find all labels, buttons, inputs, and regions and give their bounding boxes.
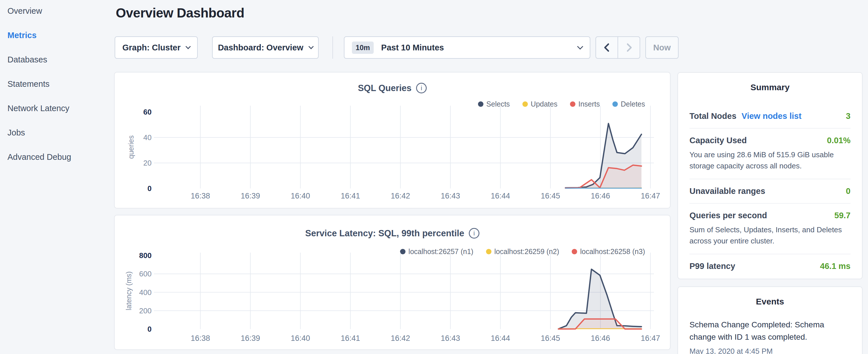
summary-row-label: Total Nodes [689, 111, 737, 121]
sql-queries-plot[interactable]: 020406016:3816:3916:4016:4116:4216:4316:… [115, 72, 671, 209]
svg-text:16:39: 16:39 [241, 192, 260, 200]
svg-text:40: 40 [143, 133, 152, 142]
time-window-label: Past 10 Minutes [381, 43, 444, 53]
chevron-down-icon [577, 43, 583, 49]
svg-text:16:46: 16:46 [591, 192, 610, 200]
sidebar-item-overview[interactable]: Overview [7, 6, 71, 16]
summary-row-value: 0.01% [827, 136, 850, 145]
svg-text:400: 400 [139, 288, 152, 297]
event-text: Schema Change Completed: Schema change w… [689, 319, 850, 344]
svg-text:16:47: 16:47 [641, 334, 660, 343]
svg-text:16:38: 16:38 [191, 192, 210, 200]
sidebar-item-statements[interactable]: Statements [7, 79, 71, 89]
sidebar-item-jobs[interactable]: Jobs [7, 128, 71, 137]
chevron-down-icon [185, 44, 191, 49]
svg-text:16:40: 16:40 [290, 192, 310, 200]
events-panel: Events Schema Change Completed: Schema c… [677, 286, 863, 354]
summary-row-label: P99 latency [689, 261, 735, 271]
svg-text:200: 200 [139, 307, 152, 315]
svg-text:16:41: 16:41 [341, 192, 360, 200]
svg-text:16:43: 16:43 [441, 192, 460, 200]
svg-text:16:43: 16:43 [441, 334, 460, 343]
summary-row-capacity-used: Capacity Used 0.01% You are using 28.6 M… [689, 129, 850, 179]
svg-text:600: 600 [139, 269, 152, 278]
page-title: Overview Dashboard [116, 5, 244, 21]
summary-row-total-nodes: Total Nodes View nodes list 3 [689, 104, 850, 129]
chevron-right-icon [624, 41, 634, 54]
dashboard-dropdown[interactable]: Dashboard: Overview [212, 36, 319, 59]
svg-text:queries: queries [127, 135, 135, 159]
summary-row-value: 46.1 ms [820, 261, 850, 271]
view-nodes-list-link[interactable]: View nodes list [742, 111, 802, 121]
now-button[interactable]: Now [645, 36, 679, 59]
svg-text:16:47: 16:47 [641, 192, 660, 200]
graph-scope-label: Graph: Cluster [122, 43, 181, 53]
svg-text:0: 0 [148, 325, 152, 333]
time-range-dropdown[interactable]: 10m Past 10 Minutes [344, 36, 590, 59]
time-step-back-button[interactable] [596, 37, 618, 58]
service-latency-plot[interactable]: 020040060080016:3816:3916:4016:4116:4216… [115, 215, 671, 351]
time-window-badge: 10m [352, 41, 374, 54]
sidebar-item-network-latency[interactable]: Network Latency [7, 104, 71, 113]
summary-row-value: 0 [846, 187, 850, 196]
summary-row-label: Capacity Used [689, 136, 747, 145]
svg-text:20: 20 [143, 159, 152, 167]
app-root: Overview Metrics Databases Statements Ne… [0, 0, 868, 354]
service-latency-card: Service Latency: SQL, 99th percentile i … [114, 215, 671, 350]
svg-text:latency (ms): latency (ms) [125, 271, 133, 310]
summary-panel: Summary Total Nodes View nodes list 3 Ca… [677, 72, 863, 279]
graph-scope-dropdown[interactable]: Graph: Cluster [115, 36, 198, 59]
chevron-left-icon [602, 41, 612, 54]
summary-title: Summary [689, 83, 850, 92]
dashboard-label: Dashboard: Overview [218, 43, 303, 53]
summary-row-unavailable-ranges: Unavailable ranges 0 [689, 179, 850, 204]
svg-text:0: 0 [148, 184, 152, 193]
sidebar-item-metrics[interactable]: Metrics [7, 31, 71, 40]
sidebar-item-advanced-debug[interactable]: Advanced Debug [7, 152, 71, 162]
sidebar-item-databases[interactable]: Databases [7, 55, 71, 64]
svg-text:16:45: 16:45 [541, 192, 560, 200]
svg-text:16:44: 16:44 [491, 192, 510, 200]
time-step-forward-button[interactable] [618, 37, 640, 58]
event-list-item: Schema Change Completed: Schema change w… [689, 319, 850, 354]
summary-row-description: You are using 28.6 MiB of 515.9 GiB usab… [689, 149, 850, 171]
svg-text:16:44: 16:44 [491, 334, 510, 343]
time-step-buttons [595, 36, 640, 59]
svg-text:16:38: 16:38 [191, 334, 210, 343]
svg-text:60: 60 [143, 108, 152, 116]
svg-text:800: 800 [139, 251, 152, 260]
chevron-down-icon [308, 44, 313, 49]
svg-text:16:45: 16:45 [541, 334, 560, 343]
svg-text:16:42: 16:42 [391, 334, 410, 343]
summary-row-queries-per-second: Queries per second 59.7 Sum of Selects, … [689, 204, 850, 254]
sql-queries-card: SQL Queries i SelectsUpdatesInsertsDelet… [114, 72, 671, 208]
toolbar-divider [333, 36, 333, 59]
sidebar: Overview Metrics Databases Statements Ne… [7, 6, 71, 162]
svg-text:16:39: 16:39 [241, 334, 260, 343]
summary-row-value: 3 [846, 111, 850, 121]
summary-row-description: Sum of Selects, Updates, Inserts, and De… [689, 224, 850, 247]
svg-text:16:40: 16:40 [290, 334, 310, 343]
svg-text:16:41: 16:41 [341, 334, 360, 343]
svg-text:16:46: 16:46 [591, 334, 610, 343]
summary-row-p99-latency: P99 latency 46.1 ms [689, 254, 850, 278]
summary-row-value: 59.7 [834, 211, 850, 220]
summary-row-label: Unavailable ranges [689, 187, 765, 196]
summary-row-label: Queries per second [689, 211, 767, 220]
events-title: Events [689, 297, 850, 307]
svg-text:16:42: 16:42 [391, 192, 410, 200]
event-timestamp: May 13, 2020 at 4:45 PM [689, 347, 850, 354]
